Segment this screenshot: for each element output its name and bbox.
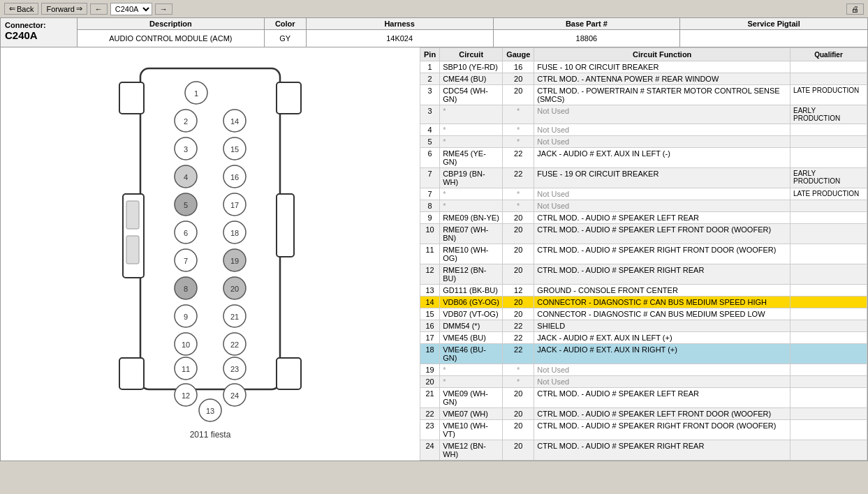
base-part-cell: Base Part # 18806 <box>494 18 681 47</box>
svg-rect-0 <box>140 68 280 389</box>
cell-pin: 2 <box>420 73 440 85</box>
cell-qualifier <box>790 332 867 344</box>
nav-forward-button[interactable]: → <box>155 3 172 15</box>
cell-circuit: * <box>440 376 503 388</box>
cell-pin: 19 <box>420 364 440 376</box>
cell-function: CTRL MOD. - AUDIO # SPEAKER RIGHT FRONT … <box>534 420 790 440</box>
nav-back-button[interactable]: ← <box>90 3 108 15</box>
table-row: 7 * * Not Used LATE PRODUCTION <box>420 188 867 200</box>
col-gauge: Gauge <box>503 48 534 61</box>
table-row: 23 VME10 (WH-VT) 20 CTRL MOD. - AUDIO # … <box>420 420 867 440</box>
cell-qualifier: EARLY PRODUCTION <box>790 105 867 124</box>
cell-circuit: RME12 (BN-BU) <box>440 264 503 285</box>
cell-pin: 12 <box>420 264 440 285</box>
cell-qualifier <box>790 344 867 364</box>
cell-circuit: * <box>440 136 503 148</box>
cell-circuit: * <box>440 200 503 212</box>
cell-gauge: 20 <box>503 73 534 85</box>
table-row: 22 VME07 (WH) 20 CTRL MOD. - AUDIO # SPE… <box>420 408 867 420</box>
cell-gauge: 20 <box>503 308 534 320</box>
cell-circuit: VME45 (BU) <box>440 332 503 344</box>
table-row: 20 * * Not Used <box>420 376 867 388</box>
svg-rect-6 <box>126 201 139 229</box>
cell-circuit: * <box>440 364 503 376</box>
forward-button[interactable]: Forward ⇒ <box>41 3 87 15</box>
cell-qualifier <box>790 388 867 408</box>
cell-circuit: VME09 (WH-GN) <box>440 388 503 408</box>
harness-header: Harness <box>307 18 493 30</box>
connector-header: Connector: C240A Description AUDIO CONTR… <box>0 18 868 47</box>
cell-qualifier <box>790 408 867 420</box>
svg-text:14: 14 <box>230 117 239 126</box>
svg-text:15: 15 <box>230 145 239 154</box>
cell-function: CTRL MOD. - AUDIO # SPEAKER RIGHT REAR <box>534 264 790 285</box>
cell-pin: 3 <box>420 105 440 124</box>
cell-function: Not Used <box>534 105 790 124</box>
cell-pin: 11 <box>420 244 440 264</box>
cell-qualifier <box>790 61 867 73</box>
table-area: Pin Circuit Gauge Circuit Function Quali… <box>420 47 867 461</box>
cell-function: Not Used <box>534 364 790 376</box>
table-row: 24 VME12 (BN-WH) 20 CTRL MOD. - AUDIO # … <box>420 440 867 461</box>
svg-text:16: 16 <box>230 173 239 181</box>
cell-gauge: * <box>503 364 534 376</box>
cell-function: CONNECTOR - DIAGNOSTIC # CAN BUS MEDIUM … <box>534 297 790 308</box>
cell-pin: 24 <box>420 440 440 461</box>
cell-qualifier <box>790 420 867 440</box>
cell-function: Not Used <box>534 200 790 212</box>
cell-gauge: 22 <box>503 148 534 168</box>
table-row: 3 * * Not Used EARLY PRODUCTION <box>420 105 867 124</box>
svg-rect-2 <box>119 358 144 389</box>
description-header: Description <box>78 18 264 30</box>
harness-value: 14K024 <box>307 30 493 47</box>
svg-text:18: 18 <box>230 229 239 237</box>
back-button[interactable]: ⇐ Back <box>4 3 38 15</box>
nav-forward-icon: → <box>160 5 168 13</box>
color-value: GY <box>265 30 306 47</box>
cell-qualifier <box>790 136 867 148</box>
color-header: Color <box>265 18 306 30</box>
cell-function: Not Used <box>534 136 790 148</box>
cell-qualifier <box>790 364 867 376</box>
nav-select[interactable]: C240A <box>110 3 152 15</box>
harness-cell: Harness 14K024 <box>307 18 494 47</box>
table-row: 3 CDC54 (WH-GN) 20 CTRL MOD. - POWERTRAI… <box>420 85 867 105</box>
cell-pin: 3 <box>420 85 440 105</box>
cell-gauge: 20 <box>503 224 534 244</box>
print-button[interactable]: 🖨 <box>846 3 864 15</box>
svg-text:12: 12 <box>182 391 190 400</box>
cell-function: CTRL MOD. - AUDIO # SPEAKER LEFT FRONT D… <box>534 408 790 420</box>
cell-gauge: 12 <box>503 285 534 297</box>
cell-function: SHIELD <box>534 320 790 332</box>
cell-function: FUSE - 19 OR CIRCUIT BREAKER <box>534 168 790 188</box>
svg-text:4: 4 <box>184 173 188 181</box>
table-row: 5 * * Not Used <box>420 136 867 148</box>
cell-gauge: 20 <box>503 244 534 264</box>
cell-function: CTRL MOD. - AUDIO # SPEAKER RIGHT REAR <box>534 440 790 461</box>
cell-pin: 22 <box>420 408 440 420</box>
cell-gauge: 20 <box>503 264 534 285</box>
svg-text:13: 13 <box>206 407 214 415</box>
svg-text:9: 9 <box>184 313 188 321</box>
base-part-header: Base Part # <box>494 18 680 30</box>
service-pigtail-value <box>680 30 867 38</box>
cell-pin: 18 <box>420 344 440 364</box>
cell-qualifier: LATE PRODUCTION <box>790 85 867 105</box>
cell-gauge: 20 <box>503 420 534 440</box>
cell-function: CTRL MOD. - POWERTRAIN # STARTER MOTOR C… <box>534 85 790 105</box>
connector-label: Connector: <box>5 21 73 29</box>
cell-circuit: VDB07 (VT-OG) <box>440 308 503 320</box>
cell-function: FUSE - 10 OR CIRCUIT BREAKER <box>534 61 790 73</box>
svg-rect-7 <box>126 236 139 264</box>
cell-gauge: 16 <box>503 61 534 73</box>
toolbar: ⇐ Back Forward ⇒ ← C240A → 🖨 <box>0 0 868 18</box>
cell-pin: 14 <box>420 297 440 308</box>
table-row: 18 VME46 (BU-GN) 22 JACK - AUDIO # EXT. … <box>420 344 867 364</box>
cell-function: CTRL MOD. - AUDIO # SPEAKER LEFT REAR <box>534 388 790 408</box>
cell-pin: 16 <box>420 320 440 332</box>
cell-qualifier <box>790 285 867 297</box>
svg-text:2: 2 <box>184 117 188 126</box>
print-icon: 🖨 <box>851 5 859 13</box>
svg-text:20: 20 <box>230 285 239 293</box>
cell-pin: 7 <box>420 188 440 200</box>
